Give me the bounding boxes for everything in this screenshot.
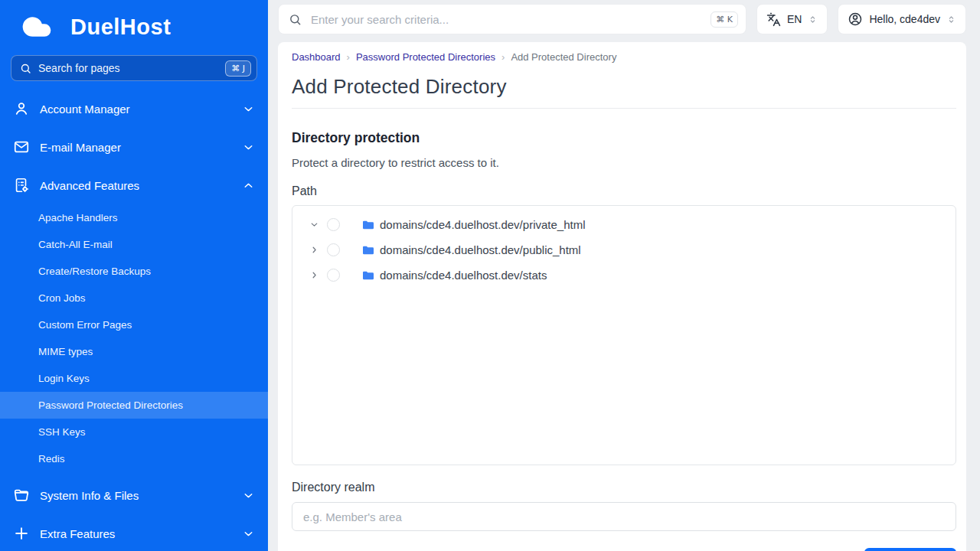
tree-row[interactable]: domains/cde4.duelhost.dev/private_html	[308, 212, 956, 237]
breadcrumb: Dashboard › Password Protected Directori…	[292, 51, 956, 63]
path-radio[interactable]	[327, 218, 340, 231]
user-menu[interactable]: Hello, cde4dev	[838, 4, 966, 34]
topbar: ⌘ K EN Hello, cde4dev	[268, 0, 980, 34]
sidebar-item-redis[interactable]: Redis	[0, 445, 268, 472]
sidebar-group-system-info-files[interactable]: System Info & Files	[0, 476, 268, 514]
sidebar-group-label: Account Manager	[40, 103, 232, 116]
chevron-down-icon	[242, 489, 255, 502]
brand-name: DuelHost	[70, 15, 171, 40]
search-icon	[289, 13, 302, 26]
keyboard-shortcut-badge: ⌘ J	[225, 60, 251, 77]
user-circle-icon	[848, 11, 863, 27]
sidebar-group-label: E-mail Manager	[40, 141, 232, 154]
language-selector[interactable]: EN	[756, 4, 828, 34]
sidebar-group-label: Advanced Features	[40, 179, 232, 192]
sidebar-item-login-keys[interactable]: Login Keys	[0, 365, 268, 392]
sidebar-nav: Account Manager E-mail Manager	[0, 90, 268, 551]
page-title: Add Protected Directory	[292, 75, 956, 99]
sidebar-group-email-manager[interactable]: E-mail Manager	[0, 128, 268, 166]
path-radio[interactable]	[327, 243, 340, 256]
main-area: ⌘ K EN Hello, cde4dev	[268, 0, 980, 551]
chevron-right-icon[interactable]	[308, 269, 320, 282]
brand-logo[interactable]: DuelHost	[0, 0, 268, 46]
tree-item-label: domains/cde4.duelhost.dev/stats	[380, 269, 547, 282]
title-divider	[292, 108, 956, 109]
advanced-features-submenu: Apache Handlers Catch-All E-mail Create/…	[0, 204, 268, 472]
user-icon	[13, 100, 30, 117]
global-search[interactable]: ⌘ K	[278, 4, 746, 34]
breadcrumb-current: Add Protected Directory	[511, 51, 616, 63]
sidebar-item-apache-handlers[interactable]: Apache Handlers	[0, 204, 268, 231]
folder-icon	[362, 245, 374, 256]
chevron-down-icon	[242, 141, 255, 154]
sidebar-item-custom-error-pages[interactable]: Custom Error Pages	[0, 311, 268, 338]
path-radio[interactable]	[327, 269, 340, 282]
search-icon	[20, 63, 31, 74]
sidebar-item-catch-all-email[interactable]: Catch-All E-mail	[0, 231, 268, 258]
sidebar: DuelHost ⌘ J Account Manager	[0, 0, 268, 551]
chevron-right-icon: ›	[501, 51, 505, 63]
cloud-logo-icon	[12, 10, 61, 44]
document-settings-icon	[13, 177, 30, 194]
plus-icon	[13, 525, 30, 542]
sidebar-item-cron-jobs[interactable]: Cron Jobs	[0, 285, 268, 311]
folder-icon	[362, 220, 374, 230]
chevron-right-icon[interactable]	[308, 244, 320, 256]
chevron-up-icon	[242, 179, 255, 192]
directory-tree: domains/cde4.duelhost.dev/private_html d…	[292, 205, 956, 465]
path-label: Path	[292, 184, 956, 198]
chevron-down-icon	[242, 103, 255, 116]
sidebar-search-input[interactable]	[38, 62, 218, 74]
sidebar-item-create-restore-backups[interactable]: Create/Restore Backups	[0, 258, 268, 285]
sidebar-group-label: System Info & Files	[40, 489, 232, 502]
sidebar-group-advanced-features[interactable]: Advanced Features	[0, 166, 268, 204]
sidebar-item-mime-types[interactable]: MIME types	[0, 338, 268, 365]
user-greeting: Hello, cde4dev	[869, 13, 940, 25]
tree-row[interactable]: domains/cde4.duelhost.dev/stats	[308, 262, 956, 288]
chevrons-up-down-icon	[946, 15, 956, 24]
sidebar-group-label: Extra Features	[40, 527, 232, 540]
content-card: Dashboard › Password Protected Directori…	[278, 42, 966, 551]
chevron-down-icon[interactable]	[308, 219, 320, 231]
sidebar-item-ssh-keys[interactable]: SSH Keys	[0, 419, 268, 445]
chevron-right-icon: ›	[347, 51, 350, 63]
translate-icon	[766, 12, 781, 27]
sidebar-group-extra-features[interactable]: Extra Features	[0, 514, 268, 551]
sidebar-group-account-manager[interactable]: Account Manager	[0, 90, 268, 128]
tree-item-label: domains/cde4.duelhost.dev/private_html	[380, 218, 586, 231]
global-search-input[interactable]	[311, 13, 701, 26]
chevron-down-icon	[242, 527, 255, 540]
sidebar-search[interactable]: ⌘ J	[11, 55, 257, 81]
tree-item-label: domains/cde4.duelhost.dev/public_html	[380, 243, 581, 256]
breadcrumb-link-password-protected-directories[interactable]: Password Protected Directories	[356, 51, 495, 63]
language-value: EN	[787, 13, 802, 25]
directory-realm-label: Directory realm	[292, 481, 956, 494]
folder-icon	[13, 487, 30, 504]
section-heading: Directory protection	[292, 130, 956, 146]
tree-row[interactable]: domains/cde4.duelhost.dev/public_html	[308, 237, 956, 262]
folder-icon	[362, 270, 374, 281]
chevrons-up-down-icon	[808, 15, 818, 24]
keyboard-shortcut-badge: ⌘ K	[710, 11, 738, 28]
mail-icon	[13, 139, 30, 155]
section-description: Protect a directory to restrict access t…	[292, 156, 956, 169]
protect-button[interactable]: PROTECT	[864, 548, 956, 551]
sidebar-item-password-protected-directories[interactable]: Password Protected Directories	[0, 392, 268, 419]
form-actions: PROTECT	[292, 548, 956, 551]
directory-realm-input[interactable]	[292, 502, 956, 531]
breadcrumb-link-dashboard[interactable]: Dashboard	[292, 51, 341, 63]
